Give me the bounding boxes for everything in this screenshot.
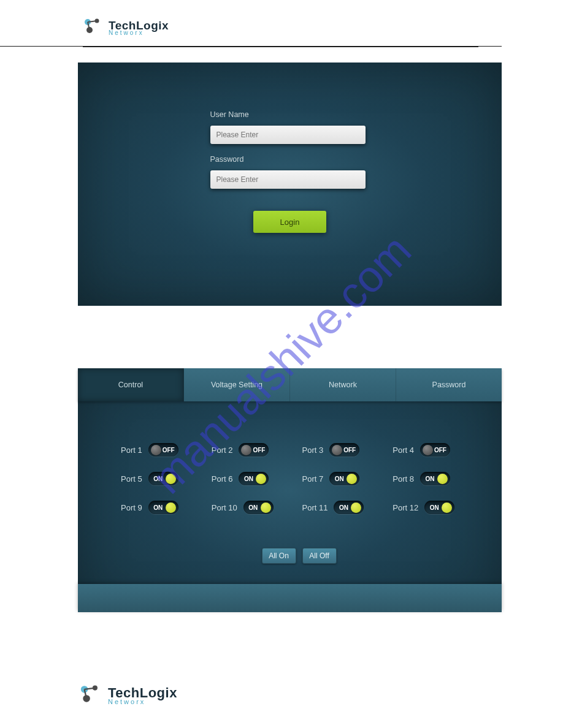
control-body: Port 1OFFPort 2OFFPort 3OFFPort 4OFFPort…	[78, 401, 502, 582]
port-toggle[interactable]: OFF	[420, 443, 450, 457]
toggle-state-text: ON	[151, 476, 166, 482]
port-row: Port 12ON	[393, 501, 477, 514]
port-toggle[interactable]: ON	[329, 472, 359, 485]
techlogix-icon	[83, 18, 104, 37]
port-label: Port 5	[121, 474, 142, 483]
control-panel: Control Voltage Setting Network Password…	[78, 368, 502, 612]
port-toggle[interactable]: ON	[148, 501, 178, 514]
toggle-state-text: ON	[151, 504, 166, 511]
port-label: Port 7	[302, 474, 324, 483]
port-label: Port 8	[393, 474, 414, 483]
port-toggle[interactable]: OFF	[239, 443, 269, 457]
all-off-button[interactable]: All Off	[302, 548, 337, 564]
port-row: Port 2OFF	[212, 443, 296, 457]
port-label: Port 10	[212, 503, 237, 512]
port-row: Port 11ON	[302, 501, 387, 514]
toggle-state-text: ON	[336, 504, 351, 511]
port-toggle[interactable]: ON	[148, 472, 178, 485]
username-label: User Name	[210, 110, 370, 119]
tab-control[interactable]: Control	[78, 368, 184, 401]
toggle-knob-icon	[437, 474, 448, 484]
toggle-state-text: OFF	[342, 447, 357, 453]
toggle-knob-icon	[332, 445, 342, 455]
port-toggle[interactable]: OFF	[329, 443, 359, 457]
toggle-state-text: ON	[241, 476, 256, 482]
tab-bar: Control Voltage Setting Network Password	[78, 368, 502, 401]
port-label: Port 1	[121, 446, 142, 455]
toggle-knob-icon	[442, 502, 452, 513]
footer-logo: TechLogix Networx	[79, 685, 177, 706]
toggle-state-text: OFF	[433, 447, 448, 453]
brand-subtitle: Networx	[109, 30, 169, 36]
port-label: Port 2	[212, 446, 233, 455]
port-label: Port 4	[393, 446, 414, 455]
port-label: Port 11	[302, 503, 328, 512]
toggle-state-text: ON	[427, 504, 442, 511]
login-button[interactable]: Login	[253, 211, 326, 233]
port-grid: Port 1OFFPort 2OFFPort 3OFFPort 4OFFPort…	[121, 443, 477, 514]
port-toggle[interactable]: ON	[420, 472, 450, 485]
toggle-knob-icon	[347, 474, 357, 484]
port-label: Port 3	[302, 446, 324, 455]
toggle-state-text: ON	[246, 504, 261, 511]
toggle-knob-icon	[351, 502, 361, 513]
brand-logo: TechLogix Networx	[83, 18, 502, 37]
port-toggle[interactable]: ON	[334, 501, 364, 514]
toggle-knob-icon	[166, 502, 176, 513]
bulk-controls: All On All Off	[121, 548, 477, 564]
page-header: TechLogix Networx	[0, 0, 502, 47]
toggle-knob-icon	[423, 445, 433, 455]
port-toggle[interactable]: ON	[243, 501, 274, 514]
panel-footer-bar	[78, 584, 502, 612]
port-row: Port 6ON	[212, 472, 296, 485]
toggle-knob-icon	[151, 445, 161, 455]
toggle-knob-icon	[261, 502, 271, 513]
port-row: Port 3OFF	[302, 443, 387, 457]
port-label: Port 9	[121, 503, 142, 512]
all-on-button[interactable]: All On	[262, 548, 296, 564]
port-row: Port 9ON	[121, 501, 205, 514]
port-row: Port 5ON	[121, 472, 205, 485]
port-row: Port 4OFF	[393, 443, 477, 457]
techlogix-icon	[79, 685, 103, 706]
toggle-state-text: OFF	[251, 447, 266, 453]
brand-subtitle: Networx	[108, 699, 177, 705]
port-toggle[interactable]: ON	[239, 472, 269, 485]
port-label: Port 6	[212, 474, 233, 483]
tab-voltage-setting[interactable]: Voltage Setting	[184, 368, 290, 401]
port-label: Port 12	[393, 503, 418, 512]
password-label: Password	[210, 155, 370, 164]
toggle-state-text: ON	[332, 476, 347, 482]
port-toggle[interactable]: OFF	[148, 443, 178, 457]
port-toggle[interactable]: ON	[424, 501, 454, 514]
port-row: Port 1OFF	[121, 443, 205, 457]
toggle-knob-icon	[241, 445, 251, 455]
password-input[interactable]	[210, 170, 366, 189]
port-row: Port 10ON	[212, 501, 296, 514]
tab-network[interactable]: Network	[290, 368, 396, 401]
toggle-state-text: OFF	[161, 447, 176, 453]
port-row: Port 8ON	[393, 472, 477, 485]
toggle-state-text: ON	[423, 476, 437, 482]
login-panel: User Name Password Login	[78, 63, 502, 306]
login-form: User Name Password Login	[210, 110, 370, 233]
toggle-knob-icon	[256, 474, 266, 484]
username-input[interactable]	[210, 126, 366, 144]
toggle-knob-icon	[166, 474, 176, 484]
tab-password[interactable]: Password	[396, 368, 502, 401]
port-row: Port 7ON	[302, 472, 387, 485]
